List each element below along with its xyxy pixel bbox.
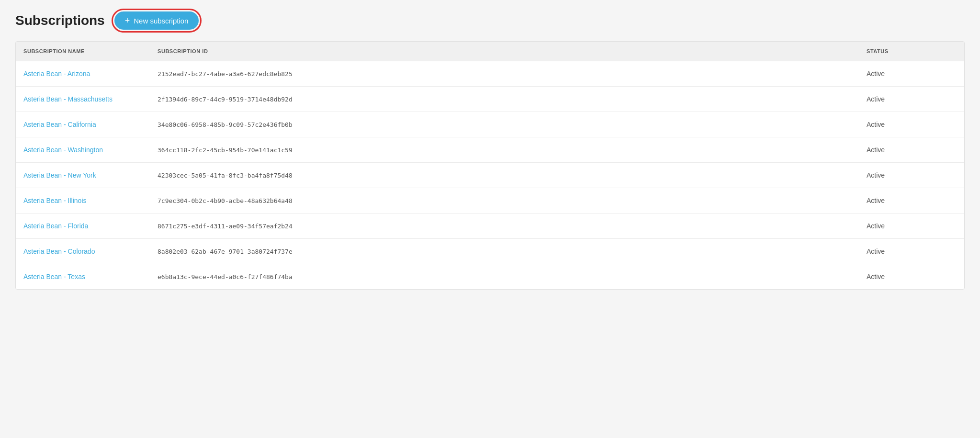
table-row: Asteria Bean - Texase6b8a13c-9ece-44ed-a… [16, 264, 964, 290]
subscriptions-table-container: SUBSCRIPTION NAME SUBSCRIPTION ID [15, 41, 965, 290]
subscription-id: e6b8a13c-9ece-44ed-a0c6-f27f486f74ba [150, 264, 859, 290]
subscription-id: 2152ead7-bc27-4abe-a3a6-627edc8eb825 [150, 61, 859, 87]
page-container: Subscriptions + New subscription SUBSCRI… [0, 0, 980, 438]
table-body: Asteria Bean - Arizona2152ead7-bc27-4abe… [16, 61, 964, 290]
page-title: Subscriptions [15, 13, 105, 28]
table-header-row: SUBSCRIPTION NAME SUBSCRIPTION ID [16, 42, 964, 61]
subscription-id: 34e80c06-6958-485b-9c09-57c2e436fb0b [150, 112, 859, 137]
subscription-status: Active [859, 61, 964, 87]
new-subscription-label: New subscription [134, 17, 188, 25]
subscription-id: 8671c275-e3df-4311-ae09-34f57eaf2b24 [150, 213, 859, 239]
subscription-status: Active [859, 163, 964, 188]
plus-icon: + [125, 16, 130, 25]
subscription-status: Active [859, 264, 964, 290]
page-header: Subscriptions + New subscription [15, 11, 965, 30]
table-row: Asteria Bean - Arizona2152ead7-bc27-4abe… [16, 61, 964, 87]
subscription-id: 7c9ec304-0b2c-4b90-acbe-48a632b64a48 [150, 188, 859, 213]
col-header-status: STATUS [859, 42, 964, 61]
subscription-name-link[interactable]: Asteria Bean - Illinois [23, 197, 87, 204]
subscription-name-link[interactable]: Asteria Bean - California [23, 121, 96, 128]
new-subscription-button[interactable]: + New subscription [114, 11, 199, 30]
table-row: Asteria Bean - California34e80c06-6958-4… [16, 112, 964, 137]
table-header: SUBSCRIPTION NAME SUBSCRIPTION ID [16, 42, 964, 61]
subscription-status: Active [859, 137, 964, 163]
table-row: Asteria Bean - Massachusetts2f1394d6-89c… [16, 87, 964, 112]
subscription-id: 2f1394d6-89c7-44c9-9519-3714e48db92d [150, 87, 859, 112]
subscription-name-link[interactable]: Asteria Bean - Florida [23, 222, 88, 230]
subscription-name-link[interactable]: Asteria Bean - Arizona [23, 70, 90, 78]
subscription-name-link[interactable]: Asteria Bean - Washington [23, 146, 103, 154]
table-row: Asteria Bean - Illinois7c9ec304-0b2c-4b9… [16, 188, 964, 213]
subscription-name-link[interactable]: Asteria Bean - Colorado [23, 247, 95, 255]
subscription-status: Active [859, 188, 964, 213]
table-row: Asteria Bean - Florida8671c275-e3df-4311… [16, 213, 964, 239]
col-header-name: SUBSCRIPTION NAME [16, 42, 150, 61]
col-header-id: SUBSCRIPTION ID [150, 42, 859, 61]
subscription-status: Active [859, 112, 964, 137]
subscription-id: 364cc118-2fc2-45cb-954b-70e141ac1c59 [150, 137, 859, 163]
subscription-status: Active [859, 87, 964, 112]
table-row: Asteria Bean - Colorado8a802e03-62ab-467… [16, 239, 964, 264]
subscription-id: 42303cec-5a05-41fa-8fc3-ba4fa8f75d48 [150, 163, 859, 188]
subscription-name-link[interactable]: Asteria Bean - Massachusetts [23, 95, 113, 103]
subscriptions-table: SUBSCRIPTION NAME SUBSCRIPTION ID [16, 42, 964, 289]
subscription-name-link[interactable]: Asteria Bean - New York [23, 171, 96, 179]
subscription-id: 8a802e03-62ab-467e-9701-3a80724f737e [150, 239, 859, 264]
subscription-status: Active [859, 213, 964, 239]
subscription-name-link[interactable]: Asteria Bean - Texas [23, 273, 85, 281]
subscription-status: Active [859, 239, 964, 264]
table-row: Asteria Bean - Washington364cc118-2fc2-4… [16, 137, 964, 163]
table-row: Asteria Bean - New York42303cec-5a05-41f… [16, 163, 964, 188]
